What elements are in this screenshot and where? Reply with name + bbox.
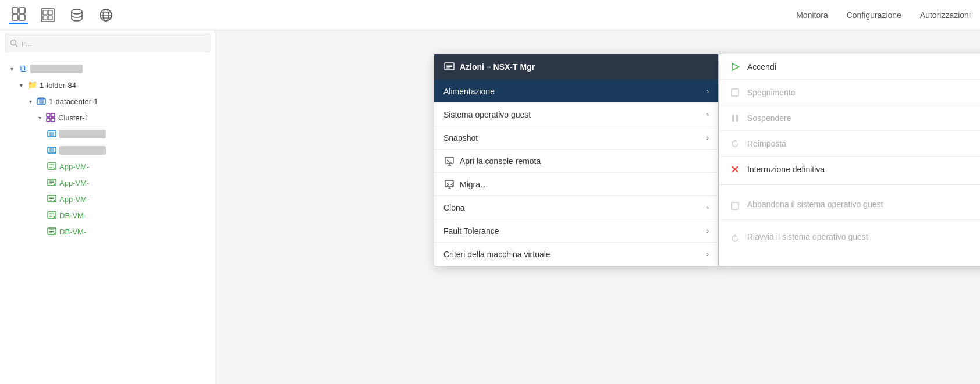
svg-rect-23 [51, 113, 55, 117]
menu-item-console[interactable]: Apri la console remota [434, 150, 718, 173]
submenu-alimentazione: Accendi ctrl + alt + B Spegnimento [719, 54, 980, 266]
submenu-sospendere-label: Sospendere [747, 113, 791, 123]
submenu-item-interruzione[interactable]: Interruzione definitiva [719, 157, 980, 182]
submenu-left-sospendere: Sospendere [729, 112, 791, 125]
play-icon [729, 61, 741, 73]
nav-autorizzazioni[interactable]: Autorizzazioni [920, 10, 971, 20]
tree: ▾ ⧉ ▾ 📁 1-folder-84 ▾ [0, 56, 215, 244]
tree-item-app-vm-1[interactable]: App-VM- [0, 158, 215, 175]
datacenter-icon [36, 96, 47, 106]
tree-app-vm-1-label: App-VM- [59, 162, 89, 171]
context-menu: Azioni – NSX-T Mgr Alimentazione › Siste… [434, 54, 719, 266]
submenu-accendi-label: Accendi [747, 62, 776, 72]
tree-app-vm-3-label: App-VM- [59, 195, 89, 204]
tree-root[interactable]: ▾ ⧉ [0, 61, 215, 77]
submenu-spegnimento-label: Spegnimento [747, 88, 796, 97]
tree-root-label [30, 65, 83, 73]
submenu-interruzione-label: Interruzione definitiva [747, 165, 825, 174]
submenu-item-abbandona: Abbandona il sistema operativo guest ctr… [719, 187, 980, 220]
tree-item-app-vm-2[interactable]: App-VM- [0, 175, 215, 191]
menu-item-left-alimentazione: Alimentazione [443, 87, 495, 96]
nav-monitora[interactable]: Monitora [796, 10, 828, 20]
menu-item-alimentazione[interactable]: Alimentazione › [434, 80, 718, 103]
tree-host-2-label [59, 146, 106, 155]
menu-header: Azioni – NSX-T Mgr [434, 54, 718, 80]
cluster-icon [45, 112, 56, 123]
menu-item-criteri[interactable]: Criteri della macchina virtuale › [434, 243, 718, 266]
tree-item-db-vm-1[interactable]: DB-VM- [0, 207, 215, 223]
tree-item-db-vm-2[interactable]: DB-VM- [0, 223, 215, 240]
menu-criteri-label: Criteri della macchina virtuale [443, 250, 551, 259]
vm-context-icon [443, 61, 455, 73]
tree-item-cluster[interactable]: ▾ Cluster-1 [0, 109, 215, 126]
chevron-right-icon-4: › [706, 204, 709, 212]
chevron-right-icon-3: › [706, 134, 709, 142]
submenu-left-accendi: Accendi [729, 61, 776, 73]
menu-snapshot-label: Snapshot [443, 133, 478, 143]
sidebar-search[interactable]: ir... [5, 34, 210, 52]
menu-item-sistema-operativo[interactable]: Sistema operativo guest › [434, 103, 718, 126]
folder-icon: 📁 [27, 80, 37, 90]
nav-configurazione[interactable]: Configurazione [847, 10, 901, 20]
submenu-left-riavvia: Riavvia il sistema operativo guest [729, 228, 868, 244]
storage-tab-icon[interactable] [68, 6, 86, 24]
tree-item-datacenter[interactable]: ▾ 1-datacenter-1 [0, 93, 215, 109]
menu-item-left-snapshot: Snapshot [443, 133, 478, 143]
layout-tab-icon[interactable] [9, 6, 28, 24]
network-tab-icon[interactable] [97, 6, 115, 24]
tree-item-app-vm-3[interactable]: App-VM- [0, 191, 215, 207]
svg-rect-6 [48, 10, 52, 15]
reset-icon [729, 137, 741, 150]
tree-cluster-label: Cluster-1 [58, 113, 89, 122]
tree-item-host-1[interactable] [0, 126, 215, 142]
chevron-down-icon: ▾ [16, 80, 26, 90]
svg-rect-8 [48, 16, 52, 20]
menu-console-label: Apri la console remota [460, 157, 541, 166]
tree-datacenter-label: 1-datacenter-1 [49, 97, 98, 106]
svg-rect-1 [19, 8, 25, 13]
submenu-riavvia-label: Riavvia il sistema operativo guest [747, 232, 868, 243]
vm-green-icon-2 [47, 177, 57, 188]
context-menu-wrapper: Azioni – NSX-T Mgr Alimentazione › Siste… [434, 54, 980, 266]
chevron-right-icon: › [706, 87, 709, 95]
menu-item-fault-tolerance[interactable]: Fault Tolerance › [434, 219, 718, 243]
tree-db-vm-2-label: DB-VM- [59, 227, 86, 236]
svg-rect-67 [732, 89, 738, 96]
pause-icon [729, 112, 741, 125]
menu-header-title: Azioni – NSX-T Mgr [460, 62, 535, 72]
menu-item-clona[interactable]: Clona › [434, 196, 718, 219]
submenu-item-sospendere: Sospendere ctrl + alt + Z [719, 105, 980, 131]
vm-green-icon-5 [47, 226, 57, 237]
submenu-left-reimposta: Reimposta [729, 137, 786, 150]
submenu-item-spegnimento: Spegnimento ctrl + alt + E [719, 80, 980, 105]
main-layout: ir... ▾ ⧉ ▾ 📁 1-folder-84 ▾ [0, 30, 980, 384]
svg-point-15 [11, 40, 16, 45]
menu-item-migra[interactable]: Migra… [434, 173, 718, 196]
menu-clona-label: Clona [443, 203, 465, 212]
stop-icon [729, 86, 741, 99]
vm-list-tab-icon[interactable] [38, 6, 57, 24]
tree-item-folder[interactable]: ▾ 📁 1-folder-84 [0, 77, 215, 93]
svg-rect-22 [47, 113, 50, 117]
svg-rect-3 [19, 15, 25, 20]
chevron-down-icon: ▾ [26, 97, 35, 106]
chevron-right-icon-2: › [706, 111, 709, 119]
submenu-item-accendi[interactable]: Accendi ctrl + alt + B [719, 54, 980, 80]
menu-fault-label: Fault Tolerance [443, 226, 499, 236]
menu-migra-label: Migra… [460, 180, 488, 189]
svg-rect-0 [12, 8, 18, 13]
x-icon [729, 163, 741, 176]
tree-item-host-2[interactable] [0, 142, 215, 158]
svg-rect-68 [732, 115, 734, 122]
chevron-down-icon: ▾ [7, 64, 16, 73]
menu-item-left-console: Apri la console remota [443, 155, 541, 167]
reset-icon-2 [729, 232, 741, 244]
svg-rect-7 [43, 16, 47, 20]
submenu-abbandona-label: Abbandona il sistema operativo guest [747, 199, 883, 211]
vm-green-icon [47, 161, 57, 172]
toolbar: Monitora Configurazione Autorizzazioni [0, 0, 980, 30]
menu-item-snapshot[interactable]: Snapshot › [434, 126, 718, 150]
chevron-right-icon-5: › [706, 227, 709, 235]
chevron-right-icon-6: › [706, 250, 709, 258]
vm-green-icon-4 [47, 210, 57, 221]
